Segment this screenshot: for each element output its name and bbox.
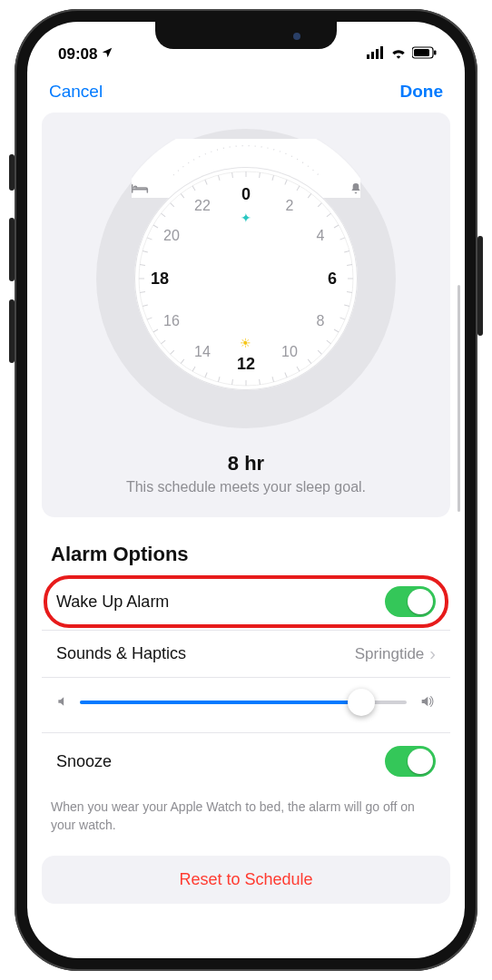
sun-icon: ☀ — [240, 336, 251, 350]
svg-line-11 — [285, 180, 287, 185]
svg-line-35 — [205, 372, 207, 377]
svg-line-46 — [143, 250, 148, 252]
wake-up-label: Wake Up Alarm — [56, 593, 169, 612]
row-snooze[interactable]: Snooze — [42, 733, 450, 789]
alarm-options-group: Wake Up Alarm Sounds & Haptics Springtid… — [42, 573, 450, 789]
phone-frame: 09:08 Cancel Done — [15, 9, 477, 971]
svg-line-26 — [318, 350, 321, 354]
svg-line-43 — [140, 292, 145, 293]
svg-rect-3 — [380, 46, 383, 59]
svg-line-17 — [339, 238, 345, 240]
svg-line-42 — [143, 305, 148, 307]
row-sounds-haptics[interactable]: Sounds & Haptics Springtide › — [42, 631, 450, 678]
sounds-value: Springtide — [355, 645, 425, 663]
sleep-duration: 8 hr — [126, 452, 366, 475]
sparkle-icon: ✦ — [241, 211, 251, 225]
svg-line-27 — [308, 359, 311, 364]
svg-line-28 — [297, 367, 300, 371]
svg-line-14 — [318, 203, 321, 207]
svg-line-39 — [161, 340, 165, 344]
chevron-right-icon: › — [429, 643, 436, 664]
svg-rect-0 — [367, 54, 369, 59]
scroll-indicator[interactable] — [458, 285, 460, 512]
svg-line-37 — [181, 359, 184, 364]
sleep-summary: 8 hr This schedule meets your sleep goal… — [126, 452, 366, 495]
sleep-goal-message: This schedule meets your sleep goal. — [126, 479, 366, 495]
sounds-label: Sounds & Haptics — [56, 644, 186, 663]
svg-line-55 — [232, 172, 233, 178]
battery-icon — [412, 45, 438, 64]
wifi-icon — [390, 45, 407, 64]
row-wake-up-alarm[interactable]: Wake Up Alarm — [42, 573, 450, 631]
volume-low-icon — [56, 695, 69, 710]
snooze-label: Snooze — [56, 752, 112, 771]
svg-line-30 — [272, 377, 274, 382]
svg-rect-6 — [434, 51, 437, 55]
svg-line-51 — [181, 193, 184, 198]
svg-line-41 — [147, 318, 153, 319]
svg-line-23 — [339, 318, 345, 319]
watch-hint: When you wear your Apple Watch to bed, t… — [51, 799, 441, 834]
svg-line-52 — [192, 186, 195, 191]
sleep-dial-card: 0 2 4 6 8 10 12 14 16 18 20 22 ✦ ☀ 8 hr — [42, 113, 450, 517]
svg-rect-5 — [414, 49, 429, 56]
svg-line-21 — [347, 292, 352, 293]
svg-line-22 — [344, 305, 349, 307]
svg-line-33 — [232, 379, 233, 385]
snooze-toggle[interactable] — [385, 746, 436, 777]
svg-line-15 — [327, 213, 331, 217]
svg-line-10 — [272, 175, 274, 181]
svg-line-38 — [171, 350, 174, 354]
svg-line-40 — [153, 329, 158, 332]
done-button[interactable]: Done — [400, 82, 444, 102]
svg-line-36 — [192, 367, 195, 371]
volume-high-icon — [418, 694, 436, 711]
svg-line-31 — [260, 379, 261, 385]
svg-line-19 — [347, 265, 352, 266]
section-alarm-options: Alarm Options — [51, 543, 447, 566]
svg-line-18 — [344, 250, 349, 252]
notch — [155, 22, 337, 49]
reset-button[interactable]: Reset to Schedule — [42, 856, 450, 904]
location-icon — [101, 45, 113, 64]
svg-line-25 — [327, 340, 331, 344]
sleep-dial[interactable]: 0 2 4 6 8 10 12 14 16 18 20 22 ✦ ☀ — [96, 129, 396, 428]
svg-line-29 — [285, 372, 287, 377]
bed-icon — [131, 181, 149, 198]
bell-icon — [349, 181, 363, 200]
svg-line-9 — [260, 172, 261, 178]
reset-label: Reset to Schedule — [179, 870, 312, 888]
nav-bar: Cancel Done — [27, 67, 465, 113]
svg-line-16 — [334, 225, 339, 228]
svg-line-45 — [140, 265, 145, 266]
svg-rect-1 — [371, 52, 374, 59]
cancel-button[interactable]: Cancel — [49, 82, 103, 102]
cellular-icon — [367, 45, 385, 64]
status-time: 09:08 — [58, 45, 97, 64]
svg-line-24 — [334, 329, 339, 332]
slider-thumb[interactable] — [348, 689, 375, 716]
row-volume-slider — [42, 678, 450, 733]
svg-line-50 — [171, 203, 174, 207]
svg-rect-2 — [376, 49, 379, 59]
wake-up-toggle[interactable] — [385, 586, 436, 617]
svg-line-53 — [205, 180, 207, 185]
svg-line-47 — [147, 238, 153, 240]
svg-line-54 — [218, 175, 220, 181]
svg-line-13 — [308, 193, 311, 198]
svg-line-34 — [218, 377, 220, 382]
svg-line-49 — [161, 213, 165, 217]
volume-slider[interactable] — [80, 689, 407, 716]
screen: 09:08 Cancel Done — [27, 22, 465, 958]
svg-line-12 — [297, 186, 300, 191]
